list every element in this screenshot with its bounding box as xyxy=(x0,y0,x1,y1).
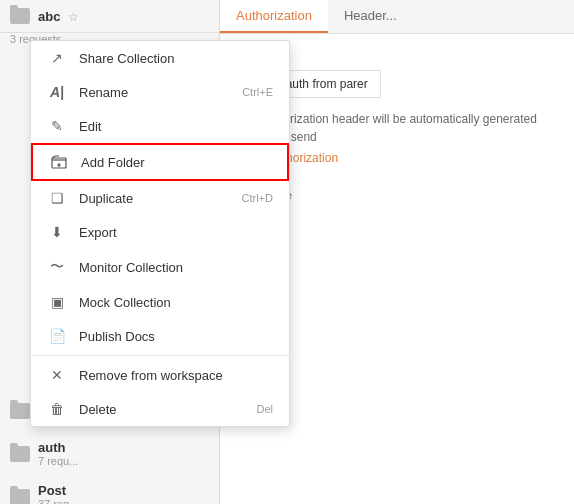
mock-icon: ▣ xyxy=(47,294,67,310)
menu-item-mock[interactable]: ▣ Mock Collection xyxy=(31,285,289,319)
menu-item-duplicate[interactable]: ❏ Duplicate Ctrl+D xyxy=(31,181,289,215)
publish-icon: 📄 xyxy=(47,328,67,344)
menu-item-monitor[interactable]: 〜 Monitor Collection xyxy=(31,249,289,285)
menu-label-delete: Delete xyxy=(79,402,256,417)
menu-item-export[interactable]: ⬇ Export xyxy=(31,215,289,249)
menu-item-add-folder[interactable]: Add Folder xyxy=(31,143,289,181)
menu-item-delete[interactable]: 🗑 Delete Del xyxy=(31,392,289,426)
folder-icon-0 xyxy=(10,403,30,419)
folder-icon xyxy=(10,8,30,24)
menu-label-share: Share Collection xyxy=(79,51,273,66)
top-item-name: abc xyxy=(38,9,60,24)
menu-label-export: Export xyxy=(79,225,273,240)
menu-divider xyxy=(31,355,289,356)
tabs-bar: Authorization Header... xyxy=(220,0,574,34)
menu-item-rename[interactable]: A| Rename Ctrl+E xyxy=(31,75,289,109)
tab-authorization[interactable]: Authorization xyxy=(220,0,328,33)
duplicate-icon: ❏ xyxy=(47,190,67,206)
remove-icon: ✕ xyxy=(47,367,67,383)
sidebar-item-1[interactable]: auth 7 requ... xyxy=(0,432,219,475)
item-name-2: Post xyxy=(38,483,209,498)
delete-icon: 🗑 xyxy=(47,401,67,417)
context-menu: ↗ Share Collection A| Rename Ctrl+E ✎ Ed… xyxy=(30,40,290,427)
sidebar-item-2[interactable]: Post 37 req... xyxy=(0,475,219,504)
rename-shortcut: Ctrl+E xyxy=(242,86,273,98)
tab-headers[interactable]: Header... xyxy=(328,0,413,33)
item-sub-1: 7 requ... xyxy=(38,455,209,467)
delete-shortcut: Del xyxy=(256,403,273,415)
menu-label-mock: Mock Collection xyxy=(79,295,273,310)
rename-icon: A| xyxy=(47,84,67,100)
add-folder-icon xyxy=(49,154,69,170)
edit-icon: ✎ xyxy=(47,118,67,134)
export-icon: ⬇ xyxy=(47,224,67,240)
share-icon: ↗ xyxy=(47,50,67,66)
sidebar: abc ☆ › ⋯ 3 requests ↗ Share Collection … xyxy=(0,0,220,504)
menu-item-edit[interactable]: ✎ Edit xyxy=(31,109,289,143)
menu-label-publish: Publish Docs xyxy=(79,329,273,344)
menu-item-remove[interactable]: ✕ Remove from workspace xyxy=(31,358,289,392)
monitor-icon: 〜 xyxy=(47,258,67,276)
top-item-text: abc ☆ xyxy=(38,9,209,24)
item-name-1: auth xyxy=(38,440,209,455)
item-sub-2: 37 req... xyxy=(38,498,209,504)
menu-item-share[interactable]: ↗ Share Collection xyxy=(31,41,289,75)
menu-label-remove: Remove from workspace xyxy=(79,368,273,383)
item-text-1: auth 7 requ... xyxy=(38,440,209,467)
menu-label-rename: Rename xyxy=(79,85,242,100)
folder-icon-2 xyxy=(10,489,30,505)
menu-label-duplicate: Duplicate xyxy=(79,191,242,206)
menu-label-add-folder: Add Folder xyxy=(81,155,271,170)
folder-icon-1 xyxy=(10,446,30,462)
star-icon: ☆ xyxy=(68,10,79,24)
menu-item-publish[interactable]: 📄 Publish Docs xyxy=(31,319,289,353)
item-text-2: Post 37 req... xyxy=(38,483,209,504)
menu-label-edit: Edit xyxy=(79,119,273,134)
menu-label-monitor: Monitor Collection xyxy=(79,260,273,275)
duplicate-shortcut: Ctrl+D xyxy=(242,192,273,204)
sidebar-collection-top[interactable]: abc ☆ › ⋯ xyxy=(0,0,219,33)
